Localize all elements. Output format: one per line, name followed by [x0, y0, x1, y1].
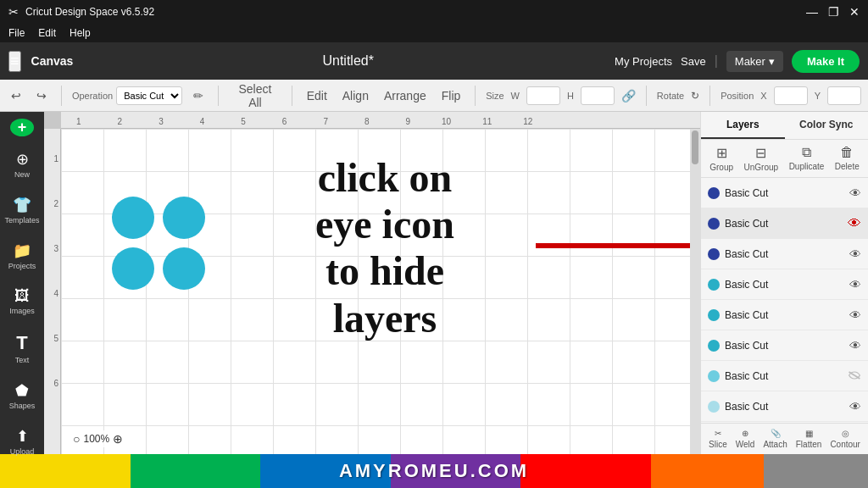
y-input[interactable]	[827, 86, 861, 105]
zoom-out-button[interactable]: ○	[73, 432, 80, 446]
zoom-in-button[interactable]: ⊕	[113, 432, 123, 446]
layer-name: Basic Cut	[725, 218, 843, 230]
flip-button[interactable]: Flip	[437, 86, 465, 105]
height-label: H	[567, 91, 574, 101]
list-item[interactable]: Basic Cut 👁	[701, 300, 868, 330]
shapes-label: Shapes	[9, 402, 36, 410]
templates-icon: 👕	[13, 196, 31, 214]
rotate-icon: ↻	[691, 90, 699, 102]
layer-visibility-button[interactable]: 👁	[849, 339, 861, 352]
make-it-button[interactable]: Make It	[792, 50, 860, 73]
layer-visibility-button[interactable]: 👁	[849, 186, 861, 200]
edit-icon-button[interactable]: ✏	[189, 86, 208, 105]
sidebar-item-new[interactable]: ⊕ New	[2, 143, 42, 186]
group-button[interactable]: ⊞ Group	[709, 145, 733, 172]
y-label: Y	[815, 91, 821, 101]
weld-button[interactable]: ⊕ Weld	[736, 429, 755, 449]
operation-select[interactable]: Basic Cut	[116, 86, 182, 105]
edit-button[interactable]: Edit	[303, 86, 331, 105]
canvas-scrollbar[interactable]	[690, 129, 700, 454]
canvas-area[interactable]: 1 2 3 4 5 6 7 8 9 10 11 12 1 2 3 4 5 6	[44, 112, 700, 454]
layer-color-dot	[708, 187, 720, 199]
close-button[interactable]: ✕	[849, 5, 860, 19]
layer-visibility-button[interactable]: 👁	[849, 247, 861, 261]
select-all-button[interactable]: Select All	[229, 80, 281, 112]
sidebar-item-shapes[interactable]: ⬟ Shapes	[2, 374, 42, 417]
x-input[interactable]	[774, 86, 808, 105]
menu-file[interactable]: File	[8, 27, 25, 39]
tab-layers[interactable]: Layers	[701, 112, 785, 139]
annotation-line1: click on	[315, 154, 454, 201]
maker-chevron-icon: ▾	[769, 55, 775, 68]
list-item[interactable]: Basic Cut 👁	[701, 208, 868, 239]
images-label: Images	[9, 307, 35, 315]
toolbar-separator-3	[292, 86, 292, 106]
layer-visibility-button[interactable]	[848, 369, 861, 383]
layer-visibility-button[interactable]: 👁	[849, 308, 861, 322]
list-item[interactable]: Basic Cut 👁	[701, 178, 868, 208]
layer-visibility-button[interactable]: 👁	[849, 278, 861, 291]
list-item[interactable]: Basic Cut 👁	[701, 330, 868, 361]
redo-button[interactable]: ↪	[32, 86, 51, 105]
toolbar-separator-1	[61, 86, 62, 106]
operation-label: Operation	[72, 91, 113, 101]
layer-name: Basic Cut	[725, 248, 844, 260]
sidebar-item-upload[interactable]: ⬆ Upload	[2, 420, 42, 463]
sidebar-item-templates[interactable]: 👕 Templates	[2, 189, 42, 231]
menu-edit[interactable]: Edit	[38, 27, 56, 39]
sidebar-item-projects[interactable]: 📁 Projects	[2, 235, 42, 277]
layer-color-dot	[708, 248, 720, 260]
right-panel: Layers Color Sync ⊞ Group ⊟ UnGroup ⧉ Du…	[700, 112, 868, 454]
attach-button[interactable]: 📎 Attach	[763, 429, 787, 449]
contour-button[interactable]: ◎ Contour	[830, 429, 860, 449]
weld-icon: ⊕	[742, 429, 748, 438]
maximize-button[interactable]: ❐	[828, 5, 839, 19]
slice-button[interactable]: ✂ Slice	[709, 429, 727, 449]
canvas-scroll-thumb[interactable]	[692, 130, 698, 164]
flatten-icon: ▦	[805, 429, 813, 438]
list-item[interactable]: Basic Cut 👁	[701, 269, 868, 300]
upload-icon: ⬆	[16, 427, 29, 446]
list-item[interactable]: Basic Cut 👁	[701, 239, 868, 269]
sidebar-item-text[interactable]: T Text	[2, 325, 42, 371]
panel-tabs: Layers Color Sync	[701, 112, 868, 140]
save-button[interactable]: Save	[681, 55, 706, 68]
delete-button[interactable]: 🗑 Delete	[835, 145, 860, 172]
flatten-label: Flatten	[796, 440, 822, 449]
list-item[interactable]: Basic Cut 👁	[701, 391, 868, 422]
flatten-button[interactable]: ▦ Flatten	[796, 429, 822, 449]
ungroup-button[interactable]: ⊟ UnGroup	[744, 145, 779, 172]
sidebar-item-images[interactable]: 🖼 Images	[2, 280, 42, 322]
layers-list: Basic Cut 👁 Basic Cut 👁 Basic Cut 👁 Basi…	[701, 178, 868, 423]
undo-button[interactable]: ↩	[7, 86, 25, 105]
width-label: W	[511, 91, 520, 101]
new-button[interactable]: +	[10, 119, 34, 136]
width-input[interactable]	[526, 86, 560, 105]
layer-visibility-button[interactable]: 👁	[848, 216, 861, 231]
lock-icon[interactable]: 🔗	[621, 89, 636, 103]
menu-help[interactable]: Help	[70, 27, 91, 39]
contour-label: Contour	[830, 440, 860, 449]
duplicate-button[interactable]: ⧉ Duplicate	[789, 145, 825, 172]
align-button[interactable]: Align	[338, 86, 373, 105]
hamburger-button[interactable]: ≡	[8, 51, 21, 72]
ungroup-icon: ⊟	[755, 145, 766, 161]
panel-bottom-actions: ✂ Slice ⊕ Weld 📎 Attach ▦ Flatten ◎ Cont…	[701, 423, 868, 454]
canvas-grid[interactable]: click on eye icon to hide layers	[61, 129, 700, 454]
tab-color-sync[interactable]: Color Sync	[785, 112, 869, 139]
projects-label: Projects	[8, 262, 36, 270]
maker-button[interactable]: Maker ▾	[726, 51, 783, 72]
list-item[interactable]: Basic Cut	[701, 361, 868, 391]
height-input[interactable]	[581, 86, 615, 105]
my-projects-button[interactable]: My Projects	[615, 55, 672, 68]
new-icon: ⊕	[16, 150, 29, 169]
layer-color-dot	[708, 370, 720, 382]
minimize-button[interactable]: —	[806, 5, 818, 19]
layer-name: Basic Cut	[725, 279, 844, 291]
layer-visibility-button[interactable]: 👁	[849, 400, 861, 413]
images-icon: 🖼	[14, 287, 30, 305]
red-arrow	[536, 229, 700, 263]
slice-icon: ✂	[715, 429, 721, 438]
toolbar-right: My Projects Save | Maker ▾ Make It	[615, 50, 860, 73]
arrange-button[interactable]: Arrange	[380, 86, 431, 105]
